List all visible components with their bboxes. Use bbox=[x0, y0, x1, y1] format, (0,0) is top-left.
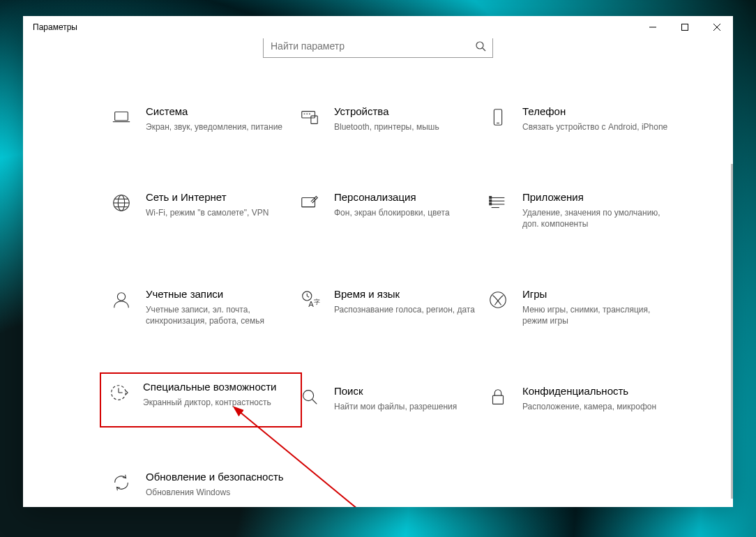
tile-desc: Wi-Fi, режим "в самолете", VPN bbox=[146, 207, 292, 218]
ease-of-access-icon bbox=[107, 381, 130, 403]
scrollbar-thumb[interactable] bbox=[731, 164, 733, 499]
search-input[interactable] bbox=[264, 40, 469, 52]
tile-time-language[interactable]: A字 Время и язык Распознавание голоса, ре… bbox=[295, 284, 483, 331]
svg-point-4 bbox=[476, 42, 483, 49]
tile-desc: Экран, звук, уведомления, питание bbox=[146, 121, 292, 133]
svg-point-39 bbox=[303, 391, 314, 401]
tile-desc: Связать устройство с Android, iPhone bbox=[522, 121, 669, 133]
svg-point-29 bbox=[117, 293, 125, 301]
xbox-icon bbox=[486, 288, 510, 310]
window-title: Параметры bbox=[33, 22, 77, 32]
svg-rect-8 bbox=[302, 112, 315, 118]
search-icon bbox=[469, 40, 492, 52]
svg-rect-41 bbox=[493, 395, 504, 404]
tile-title: Учетные записи bbox=[146, 288, 292, 301]
phone-icon bbox=[486, 105, 510, 128]
tile-title: Время и язык bbox=[334, 288, 481, 301]
window-controls bbox=[637, 16, 733, 38]
keyboard-icon bbox=[298, 105, 322, 128]
tile-title: Сеть и Интернет bbox=[146, 191, 292, 204]
globe-icon bbox=[109, 191, 133, 213]
svg-rect-27 bbox=[490, 199, 492, 202]
tile-title: Игры bbox=[522, 288, 669, 301]
sync-icon bbox=[109, 471, 133, 493]
person-icon bbox=[109, 288, 133, 310]
tile-desc: Распознавание голоса, регион, дата bbox=[334, 304, 481, 315]
tile-phone[interactable]: Телефон Связать устройство с Android, iP… bbox=[483, 101, 672, 137]
tile-title: Обновление и безопасность bbox=[146, 471, 292, 484]
maximize-button[interactable] bbox=[669, 16, 701, 38]
svg-rect-28 bbox=[490, 203, 492, 205]
tile-desc: Меню игры, снимки, трансляция, режим игр… bbox=[522, 304, 669, 326]
tile-desc: Удаление, значения по умолчанию, доп. ко… bbox=[522, 207, 669, 229]
svg-rect-9 bbox=[311, 116, 317, 123]
svg-rect-6 bbox=[115, 112, 128, 121]
tile-accounts[interactable]: Учетные записи Учетные записи, эл. почта… bbox=[107, 284, 295, 331]
tile-privacy[interactable]: Конфиденциальность Расположение, камера,… bbox=[483, 381, 672, 416]
tile-title: Персонализация bbox=[334, 191, 481, 204]
tile-search[interactable]: Поиск Найти мои файлы, разрешения bbox=[295, 381, 483, 416]
tile-network[interactable]: Сеть и Интернет Wi-Fi, режим "в самолете… bbox=[107, 187, 295, 234]
tile-devices[interactable]: Устройства Bluetooth, принтеры, мышь bbox=[295, 101, 483, 137]
tile-title: Специальные возможности bbox=[143, 381, 295, 394]
svg-rect-26 bbox=[490, 197, 492, 199]
apps-icon bbox=[486, 191, 510, 213]
tile-system[interactable]: Система Экран, звук, уведомления, питани… bbox=[107, 101, 295, 137]
svg-rect-1 bbox=[682, 24, 688, 31]
tile-apps[interactable]: Приложения Удаление, значения по умолчан… bbox=[483, 187, 672, 234]
tile-desc: Фон, экран блокировки, цвета bbox=[334, 207, 481, 218]
tile-desc: Bluetooth, принтеры, мышь bbox=[334, 121, 481, 133]
settings-window: Параметры С bbox=[23, 16, 733, 507]
svg-line-40 bbox=[312, 400, 317, 404]
svg-line-32 bbox=[307, 296, 309, 297]
tile-gaming[interactable]: Игры Меню игры, снимки, трансляция, режи… bbox=[483, 284, 672, 331]
titlebar: Параметры bbox=[23, 16, 733, 38]
paint-icon bbox=[298, 191, 322, 213]
tile-title: Система bbox=[146, 105, 292, 119]
tile-desc: Найти мои файлы, разрешения bbox=[334, 401, 481, 412]
tile-title: Устройства bbox=[334, 105, 481, 119]
tile-desc: Обновления Windows bbox=[146, 487, 292, 498]
laptop-icon bbox=[109, 105, 133, 128]
minimize-button[interactable] bbox=[637, 16, 669, 38]
tile-desc: Расположение, камера, микрофон bbox=[522, 401, 669, 412]
tile-update[interactable]: Обновление и безопасность Обновления Win… bbox=[107, 467, 295, 502]
tile-title: Приложения bbox=[522, 191, 669, 204]
tile-ease-of-access[interactable]: Специальные возможности Экранный диктор,… bbox=[100, 372, 302, 428]
settings-grid: Система Экран, звук, уведомления, питани… bbox=[107, 101, 691, 502]
close-button[interactable] bbox=[701, 16, 733, 38]
tile-desc: Учетные записи, эл. почта, синхронизация… bbox=[146, 304, 292, 326]
time-language-icon: A字 bbox=[298, 288, 322, 310]
svg-line-5 bbox=[483, 48, 485, 51]
tile-title: Поиск bbox=[334, 385, 481, 398]
svg-point-35 bbox=[490, 292, 506, 308]
tile-title: Телефон bbox=[522, 105, 669, 119]
scrollbar[interactable] bbox=[730, 66, 733, 507]
svg-text:字: 字 bbox=[314, 298, 320, 305]
tile-personalization[interactable]: Персонализация Фон, экран блокировки, цв… bbox=[295, 187, 483, 234]
magnifier-icon bbox=[298, 385, 322, 407]
tile-title: Конфиденциальность bbox=[522, 385, 669, 398]
search-box[interactable] bbox=[263, 38, 493, 58]
content-area: Система Экран, звук, уведомления, питани… bbox=[23, 38, 733, 507]
tile-desc: Экранный диктор, контрастность bbox=[143, 397, 295, 408]
lock-icon bbox=[486, 385, 510, 407]
